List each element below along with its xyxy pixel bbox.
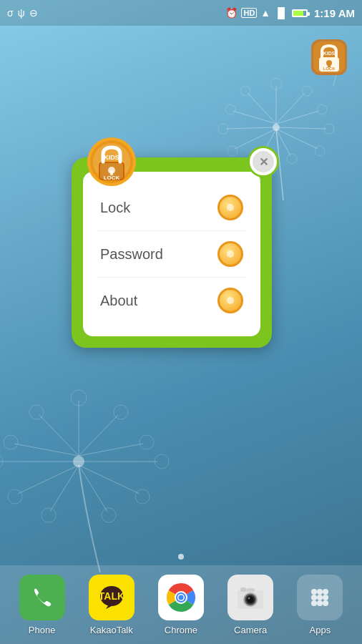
dock-item-phone[interactable]: Phone	[19, 575, 65, 635]
battery-icon	[292, 9, 308, 17]
lock-radio-button[interactable]	[217, 195, 243, 220]
kidslock-logo: KIDS LOCK	[86, 136, 137, 187]
svg-text:TALK: TALK	[99, 590, 124, 602]
apps-label: Apps	[310, 625, 331, 635]
svg-line-18	[235, 129, 276, 149]
lock-label: Lock	[100, 200, 130, 216]
svg-point-21	[287, 154, 297, 164]
dock-item-chrome[interactable]: Chrome	[158, 575, 204, 635]
svg-point-89	[311, 600, 317, 606]
svg-point-5	[302, 86, 312, 96]
camera-label: Camera	[234, 625, 267, 635]
svg-point-84	[317, 589, 323, 595]
svg-rect-82	[246, 588, 255, 592]
status-right-icons: ⏰ HD ▲ ▐▌ 1:19 AM	[225, 7, 355, 19]
kakaotalk-label: KakaoTalk	[90, 625, 133, 635]
svg-line-4	[276, 93, 305, 124]
svg-point-91	[323, 600, 328, 606]
svg-point-44	[135, 489, 150, 504]
signal-icon: ▐▌	[274, 7, 288, 19]
close-icon: ✕	[253, 151, 274, 172]
svg-line-14	[226, 127, 276, 129]
chrome-label: Chrome	[165, 625, 197, 635]
svg-line-10	[233, 111, 276, 124]
svg-point-48	[102, 508, 116, 522]
dock: Phone TALK KakaoTalk	[0, 565, 362, 644]
dock-item-apps[interactable]: Apps	[297, 575, 343, 635]
apps-icon	[297, 575, 343, 620]
svg-point-17	[315, 146, 325, 156]
popup-card: KIDS LOCK ✕ Lock Password About	[72, 157, 272, 348]
about-radio-button[interactable]	[217, 288, 243, 313]
wifi-icon: ▲	[260, 7, 270, 19]
hd-icon: HD	[241, 8, 257, 18]
dock-item-camera[interactable]: Camera	[228, 575, 273, 635]
phone-label: Phone	[29, 625, 56, 635]
svg-point-90	[317, 600, 323, 606]
password-menu-item[interactable]: Password	[97, 231, 246, 278]
close-button[interactable]: ✕	[248, 146, 279, 177]
kidslock-corner-icon[interactable]: KIDS LOCK	[308, 36, 351, 79]
svg-point-19	[228, 146, 238, 156]
alarm-icon: ⏰	[225, 7, 238, 19]
svg-point-87	[317, 595, 323, 600]
minus-circle-icon: ⊖	[29, 7, 38, 19]
status-bar: σ ψ ⊖ ⏰ HD ▲ ▐▌ 1:19 AM	[0, 0, 362, 26]
svg-point-73	[178, 595, 183, 600]
dock-item-kakaotalk[interactable]: TALK KakaoTalk	[89, 575, 134, 635]
svg-point-38	[4, 435, 18, 449]
status-time: 1:19 AM	[314, 7, 355, 19]
svg-point-46	[8, 489, 22, 504]
svg-text:LOCK: LOCK	[104, 175, 120, 181]
page-indicator	[178, 554, 184, 560]
svg-text:KIDS: KIDS	[104, 154, 119, 161]
svg-point-83	[311, 589, 317, 595]
camera-icon	[228, 575, 273, 620]
sigma-icon: σ	[7, 7, 14, 19]
lock-menu-item[interactable]: Lock	[97, 185, 246, 231]
svg-point-86	[311, 595, 317, 600]
svg-line-8	[276, 111, 319, 124]
usb-icon: ψ	[18, 7, 25, 19]
svg-text:KIDS: KIDS	[323, 51, 336, 56]
svg-point-34	[29, 405, 44, 419]
phone-icon	[19, 575, 65, 620]
svg-point-88	[323, 595, 328, 600]
about-label: About	[100, 293, 137, 309]
popup-inner: Lock Password About	[83, 172, 260, 336]
svg-point-50	[41, 508, 56, 522]
svg-rect-81	[240, 587, 246, 592]
svg-point-9	[317, 104, 327, 114]
svg-point-85	[323, 589, 328, 595]
svg-point-7	[240, 86, 250, 96]
svg-line-16	[276, 129, 318, 149]
password-label: Password	[100, 246, 163, 263]
svg-point-32	[114, 405, 128, 419]
chrome-icon	[158, 575, 204, 620]
svg-point-36	[140, 435, 154, 449]
svg-line-12	[276, 127, 326, 129]
status-left-icons: σ ψ ⊖	[7, 7, 38, 19]
svg-text:LOCK: LOCK	[323, 67, 336, 71]
kakaotalk-icon: TALK	[89, 575, 134, 620]
svg-line-6	[248, 93, 276, 124]
password-radio-button[interactable]	[217, 241, 243, 267]
svg-point-11	[225, 104, 235, 114]
about-menu-item[interactable]: About	[97, 278, 246, 323]
svg-point-80	[248, 597, 250, 599]
